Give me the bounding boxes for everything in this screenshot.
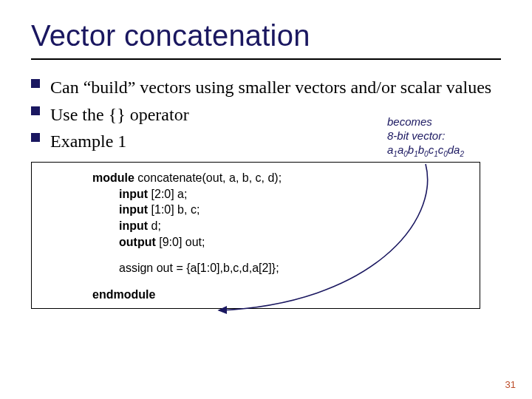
code-text: [2:0] a; bbox=[148, 188, 187, 200]
code-line: assign out = {a[1:0],b,c,d,a[2]}; bbox=[44, 260, 468, 276]
annot-char: a bbox=[398, 143, 403, 156]
code-line: output [9:0] out; bbox=[44, 234, 468, 250]
annot-char: b bbox=[408, 143, 414, 156]
page-number: 31 bbox=[505, 379, 516, 390]
bullet-text: Example 1 bbox=[50, 132, 126, 151]
code-line: endmodule bbox=[44, 287, 468, 303]
slide: Vector concatenation Can “build” vectors… bbox=[0, 0, 532, 399]
annot-char: c bbox=[429, 143, 434, 156]
code-kw: input bbox=[119, 219, 148, 232]
code-kw: input bbox=[119, 203, 148, 216]
code-kw: endmodule bbox=[92, 288, 155, 301]
annot-char: b bbox=[418, 143, 424, 156]
annotation-vector: a1a0b1b0c1c0da2 bbox=[387, 143, 498, 160]
code-kw: output bbox=[119, 236, 156, 248]
code-line: input [1:0] b, c; bbox=[44, 202, 468, 218]
annot-sub: 2 bbox=[460, 150, 464, 158]
bullet-icon bbox=[31, 133, 40, 142]
code-text: concatenate(out, a, b, c, d); bbox=[134, 171, 282, 184]
code-kw: module bbox=[92, 171, 134, 184]
bullet-item: Can “build” vectors using smaller vector… bbox=[31, 76, 501, 99]
bullet-text: Use the {} operator bbox=[50, 105, 189, 124]
code-text: d; bbox=[148, 219, 161, 232]
annotation-line: becomes bbox=[387, 115, 498, 129]
annotation-box: becomes 8-bit vector: a1a0b1b0c1c0da2 bbox=[387, 115, 498, 159]
code-block: module concatenate(out, a, b, c, d); inp… bbox=[31, 162, 480, 309]
code-kw: input bbox=[119, 188, 148, 200]
title-underline bbox=[31, 58, 501, 60]
code-text: [1:0] b, c; bbox=[148, 203, 200, 216]
code-gap bbox=[44, 250, 468, 260]
annotation-line: 8-bit vector: bbox=[387, 129, 498, 143]
code-line: module concatenate(out, a, b, c, d); bbox=[44, 170, 468, 186]
code-line: input d; bbox=[44, 218, 468, 234]
bullet-icon bbox=[31, 106, 40, 115]
slide-title: Vector concatenation bbox=[31, 19, 501, 52]
bullet-text: Can “build” vectors using smaller vector… bbox=[50, 78, 491, 97]
code-line: input [2:0] a; bbox=[44, 186, 468, 202]
bullet-icon bbox=[31, 79, 40, 88]
code-text: [9:0] out; bbox=[156, 236, 205, 248]
code-gap bbox=[44, 276, 468, 287]
annot-char: d bbox=[448, 143, 454, 156]
